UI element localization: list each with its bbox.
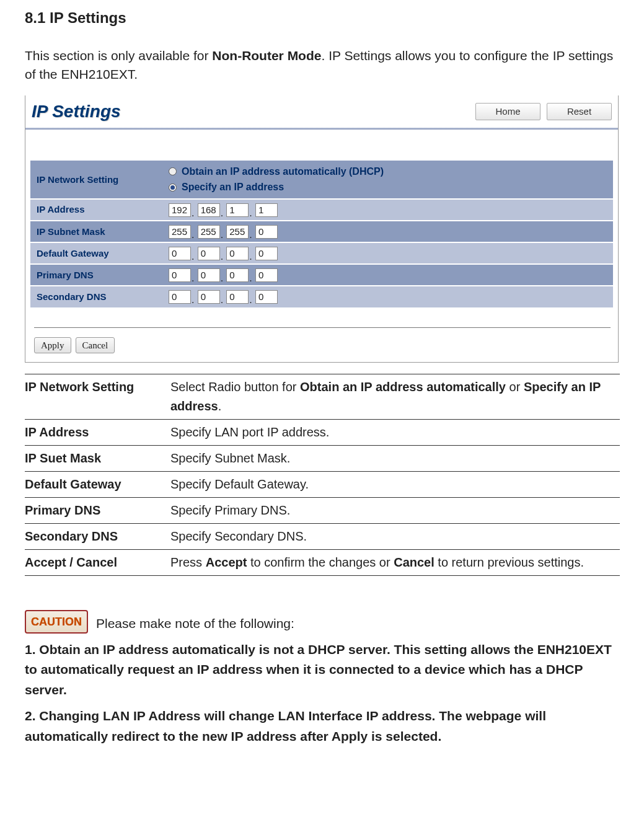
pdns-octet-2[interactable]: 0 bbox=[198, 268, 220, 282]
subnet-octet-4[interactable]: 0 bbox=[255, 225, 278, 239]
pdns-octet-1[interactable]: 0 bbox=[169, 268, 191, 282]
pdns-octet-4[interactable]: 0 bbox=[255, 268, 278, 282]
desc-text: Press Accept to confirm the changes or C… bbox=[170, 549, 620, 575]
pdns-octet-3[interactable]: 0 bbox=[226, 268, 249, 282]
panel-divider bbox=[25, 128, 618, 130]
ip-octet-2[interactable]: 168 bbox=[198, 203, 220, 217]
ip-settings-panel: IP Settings Home Reset IP Network Settin… bbox=[25, 95, 619, 363]
desc-term: Default Gateway bbox=[25, 471, 170, 497]
radio-icon bbox=[169, 167, 177, 175]
desc-text: Specify Default Gateway. bbox=[170, 471, 620, 497]
description-table: IP Network Setting Select Radio button f… bbox=[25, 374, 620, 576]
table-row: IP Network Setting Select Radio button f… bbox=[25, 374, 620, 419]
cancel-button[interactable]: Cancel bbox=[76, 337, 115, 353]
gw-octet-2[interactable]: 0 bbox=[198, 247, 220, 260]
section-title: 8.1 IP Settings bbox=[25, 7, 619, 29]
caution-note-2: 2. Changing LAN IP Address will change L… bbox=[25, 706, 620, 746]
desc-term: Secondary DNS bbox=[25, 523, 170, 549]
sdns-field: 0. 0. 0. 0 bbox=[164, 286, 613, 307]
panel-header: IP Settings Home Reset bbox=[25, 95, 618, 125]
radio-option-specify[interactable]: Specify an IP address bbox=[169, 179, 608, 195]
radio-label-dhcp: Obtain an IP address automatically (DHCP… bbox=[182, 164, 384, 179]
gw-octet-3[interactable]: 0 bbox=[226, 247, 249, 260]
reset-button[interactable]: Reset bbox=[547, 103, 612, 120]
table-row: Primary DNS Specify Primary DNS. bbox=[25, 497, 620, 523]
sdns-octet-2[interactable]: 0 bbox=[198, 290, 220, 304]
desc-text: Specify Secondary DNS. bbox=[170, 523, 620, 549]
config-table: IP Network Setting Obtain an IP address … bbox=[30, 161, 613, 308]
desc-term: Accept / Cancel bbox=[25, 549, 170, 575]
desc-text: Select Radio button for Obtain an IP add… bbox=[170, 374, 620, 419]
radio-label-specify: Specify an IP address bbox=[182, 180, 284, 194]
home-button[interactable]: Home bbox=[475, 103, 540, 120]
desc-term: IP Address bbox=[25, 419, 170, 445]
ip-octet-1[interactable]: 192 bbox=[169, 203, 191, 217]
caution-note-1: 1. Obtain an IP address automatically is… bbox=[25, 640, 620, 700]
desc-text: Specify Primary DNS. bbox=[170, 497, 620, 523]
ip-address-field: 192. 168. 1. 1 bbox=[164, 199, 613, 221]
table-row: Default Gateway Specify Default Gateway. bbox=[25, 471, 620, 497]
table-row: Accept / Cancel Press Accept to confirm … bbox=[25, 549, 620, 575]
sdns-octet-3[interactable]: 0 bbox=[226, 290, 249, 304]
actions-divider bbox=[34, 327, 611, 328]
table-row: IP Address Specify LAN port IP address. bbox=[25, 419, 620, 445]
intro-text-1: This section is only available for bbox=[25, 48, 212, 63]
row-label-subnet: IP Subnet Mask bbox=[30, 221, 164, 242]
subnet-field: 255. 255. 255. 0 bbox=[164, 221, 613, 242]
row-label-sdns: Secondary DNS bbox=[30, 286, 164, 307]
sdns-octet-1[interactable]: 0 bbox=[169, 290, 191, 304]
caution-block: CAUTION Please make note of the followin… bbox=[25, 610, 619, 747]
row-label-gateway: Default Gateway bbox=[30, 242, 164, 264]
ip-octet-4[interactable]: 1 bbox=[255, 203, 278, 217]
radio-icon-selected bbox=[169, 183, 177, 192]
table-row: Secondary DNS Specify Secondary DNS. bbox=[25, 523, 620, 549]
caution-icon: CAUTION bbox=[31, 616, 82, 628]
panel-title: IP Settings bbox=[32, 99, 469, 125]
radio-option-dhcp[interactable]: Obtain an IP address automatically (DHCP… bbox=[169, 164, 608, 179]
gateway-field: 0. 0. 0. 0 bbox=[164, 242, 613, 264]
apply-button[interactable]: Apply bbox=[34, 337, 71, 353]
ip-octet-3[interactable]: 1 bbox=[226, 203, 249, 217]
desc-term: IP Suet Mask bbox=[25, 445, 170, 471]
row-label-network: IP Network Setting bbox=[30, 161, 164, 198]
subnet-octet-3[interactable]: 255 bbox=[226, 225, 249, 239]
desc-text: Specify Subnet Mask. bbox=[170, 445, 620, 471]
caution-badge: CAUTION bbox=[25, 610, 88, 634]
desc-term: IP Network Setting bbox=[25, 374, 170, 419]
pdns-field: 0. 0. 0. 0 bbox=[164, 264, 613, 286]
gw-octet-4[interactable]: 0 bbox=[255, 247, 278, 260]
desc-text: Specify LAN port IP address. bbox=[170, 419, 620, 445]
desc-term: Primary DNS bbox=[25, 497, 170, 523]
intro-paragraph: This section is only available for Non-R… bbox=[25, 46, 619, 84]
caution-lead: Please make note of the following: bbox=[96, 616, 294, 630]
row-label-ip: IP Address bbox=[30, 199, 164, 221]
subnet-octet-1[interactable]: 255 bbox=[169, 225, 191, 239]
gw-octet-1[interactable]: 0 bbox=[169, 247, 191, 260]
action-row: Apply Cancel bbox=[25, 337, 618, 353]
row-label-pdns: Primary DNS bbox=[30, 264, 164, 286]
intro-bold: Non-Router Mode bbox=[212, 48, 321, 63]
subnet-octet-2[interactable]: 255 bbox=[198, 225, 220, 239]
table-row: IP Suet Mask Specify Subnet Mask. bbox=[25, 445, 620, 471]
sdns-octet-4[interactable]: 0 bbox=[255, 290, 278, 304]
